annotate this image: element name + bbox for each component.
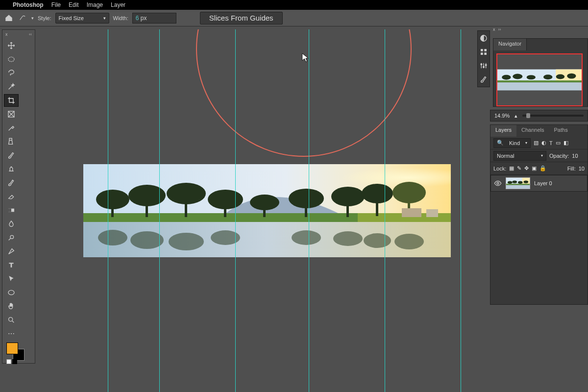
tab-layers[interactable]: Layers — [490, 125, 516, 137]
svg-point-33 — [169, 233, 204, 250]
tab-channels[interactable]: Channels — [516, 125, 549, 137]
navigator-panel: Navigator — [493, 38, 588, 107]
svg-rect-15 — [146, 203, 148, 217]
guide-line[interactable] — [159, 29, 160, 392]
filter-pixel-icon[interactable]: ▧ — [534, 140, 539, 146]
healing-brush-tool-icon[interactable] — [4, 135, 19, 148]
svg-rect-44 — [481, 52, 483, 55]
opacity-label: Opacity: — [549, 153, 569, 159]
layer-filter-dropdown[interactable]: 🔍Kind ▾ — [493, 138, 531, 148]
home-icon[interactable] — [4, 14, 14, 23]
canvas-area[interactable] — [39, 29, 490, 392]
navigator-thumbnail[interactable] — [496, 53, 583, 106]
history-brush-tool-icon[interactable] — [4, 176, 19, 189]
move-tool-icon[interactable] — [4, 39, 19, 52]
zoom-tool-icon[interactable] — [4, 314, 19, 326]
zoom-readout[interactable]: 14.9% — [494, 113, 510, 119]
dodge-tool-icon[interactable] — [4, 231, 19, 244]
current-tool-icon[interactable] — [18, 14, 27, 23]
eyedropper-tool-icon[interactable] — [4, 122, 19, 134]
collapsed-panel-strip — [477, 30, 490, 87]
document-image — [83, 164, 451, 257]
pen-tool-icon[interactable] — [4, 245, 19, 258]
svg-point-38 — [394, 234, 424, 249]
svg-point-58 — [556, 74, 564, 79]
lock-label: Lock: — [493, 166, 506, 172]
brush-tool-icon[interactable] — [4, 149, 19, 162]
color-swatches[interactable] — [6, 343, 26, 361]
default-colors-icon[interactable] — [6, 359, 11, 364]
menu-image[interactable]: Image — [87, 1, 103, 8]
foreground-color-swatch[interactable] — [6, 343, 18, 354]
lock-all-icon[interactable]: 🔒 — [539, 165, 546, 172]
zoom-slider[interactable] — [522, 115, 584, 117]
menu-layer[interactable]: Layer — [111, 1, 125, 8]
svg-rect-17 — [185, 201, 187, 217]
style-dropdown[interactable]: Fixed Size▾ — [55, 13, 109, 24]
guide-line[interactable] — [461, 29, 461, 392]
navigator-zoom-bar: 14.9% ▴ — [490, 110, 588, 122]
panel-close-icon[interactable]: x — [493, 27, 495, 32]
lock-position-icon[interactable]: ✥ — [524, 165, 529, 172]
panel-collapse-icon[interactable]: ›› — [498, 27, 501, 32]
tab-navigator[interactable]: Navigator — [493, 39, 527, 50]
fill-value[interactable]: 10 — [579, 166, 585, 172]
layer-thumbnail[interactable] — [506, 177, 530, 189]
eraser-tool-icon[interactable] — [4, 190, 19, 203]
visibility-eye-icon[interactable] — [494, 179, 502, 187]
blend-mode-dropdown[interactable]: Normal▾ — [493, 151, 546, 161]
guide-line[interactable] — [235, 29, 236, 392]
filter-type-icon[interactable]: T — [549, 140, 553, 146]
menu-edit[interactable]: Edit — [69, 1, 79, 8]
zoom-out-icon[interactable]: ▴ — [514, 113, 517, 119]
filter-adjust-icon[interactable]: ◐ — [541, 140, 546, 146]
swatches-panel-icon[interactable] — [479, 48, 488, 56]
slices-from-guides-button[interactable]: Slices From Guides — [200, 12, 283, 24]
type-tool-icon[interactable] — [4, 259, 19, 271]
svg-point-34 — [211, 230, 240, 245]
opacity-value[interactable]: 10 — [572, 153, 578, 159]
filter-shape-icon[interactable]: ▭ — [556, 140, 561, 146]
style-label: Style: — [38, 15, 51, 21]
lasso-tool-icon[interactable] — [4, 67, 19, 79]
lock-artboard-icon[interactable]: ▣ — [532, 165, 537, 172]
guide-line[interactable] — [309, 29, 309, 392]
svg-rect-39 — [402, 208, 421, 217]
lock-pixels-icon[interactable]: ✎ — [517, 165, 521, 172]
width-input[interactable]: 6 px — [132, 13, 176, 24]
menu-file[interactable]: File — [51, 1, 61, 8]
panel-collapse-icon[interactable]: ‹‹ — [29, 32, 32, 39]
chevron-down-icon[interactable]: ▾ — [31, 16, 34, 21]
marquee-tool-icon[interactable] — [4, 53, 19, 66]
right-panel-column: x›› Navigator 14.9% ▴ Lay — [490, 26, 588, 392]
svg-point-47 — [483, 66, 485, 68]
gradient-tool-icon[interactable] — [4, 204, 19, 217]
crop-tool-icon[interactable] — [4, 94, 19, 107]
blur-tool-icon[interactable] — [4, 218, 19, 230]
app-name[interactable]: Photoshop — [13, 1, 44, 8]
tutorial-highlight-circle — [196, 29, 412, 157]
edit-toolbar-icon[interactable]: ⋯ — [4, 327, 19, 340]
tab-paths[interactable]: Paths — [549, 125, 573, 137]
magic-wand-tool-icon[interactable] — [4, 80, 19, 93]
color-panel-icon[interactable] — [479, 34, 488, 43]
swap-colors-icon[interactable] — [12, 359, 17, 364]
adjustments-panel-icon[interactable] — [479, 61, 488, 70]
clone-stamp-tool-icon[interactable] — [4, 163, 19, 175]
guide-line[interactable] — [385, 29, 385, 392]
svg-point-32 — [130, 231, 164, 249]
guide-line[interactable] — [108, 29, 108, 392]
svg-point-36 — [333, 231, 363, 246]
panel-close-icon[interactable]: x — [5, 32, 8, 39]
frame-tool-icon[interactable] — [4, 108, 19, 121]
cursor-icon — [301, 52, 310, 63]
path-selection-tool-icon[interactable] — [4, 272, 19, 285]
layer-row[interactable]: Layer 0 — [490, 175, 588, 192]
shape-tool-icon[interactable] — [4, 286, 19, 299]
filter-smart-icon[interactable]: ◧ — [564, 140, 568, 146]
lock-transparent-icon[interactable]: ▦ — [509, 165, 514, 172]
layer-name[interactable]: Layer 0 — [534, 180, 552, 186]
svg-point-68 — [524, 181, 529, 184]
hand-tool-icon[interactable] — [4, 300, 19, 313]
styles-panel-icon[interactable] — [479, 75, 488, 84]
